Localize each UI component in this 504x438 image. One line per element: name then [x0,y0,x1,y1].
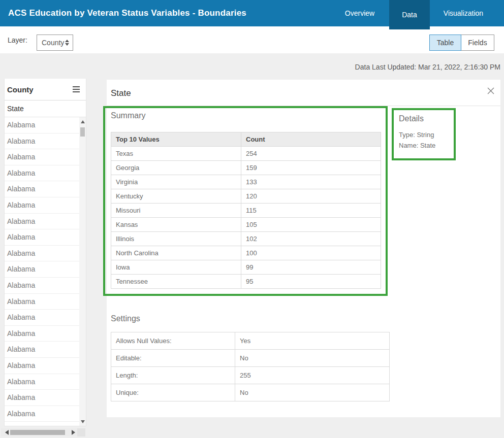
data-last-updated: Data Last Updated: Mar 21, 2022, 2:16:30… [355,63,500,71]
list-item[interactable]: Alabama [5,229,79,246]
details-heading: Details [399,114,424,123]
attribute-table-column: County State AlabamaAlabamaAlabamaAlabam… [4,79,86,426]
summary-value-cell: Virginia [111,175,241,189]
list-item[interactable]: Alabama [5,149,79,165]
settings-row: Allows Null Values:Yes [111,332,390,350]
view-toggle: Table Fields [429,35,494,51]
list-item[interactable]: Alabama [5,358,79,374]
layer-toolbar: Layer: County Table Fields [0,26,504,53]
layer-select-value: County [42,39,64,47]
tab-visualization[interactable]: Visualization [430,0,497,26]
vertical-scroll-thumb[interactable] [80,127,85,137]
summary-row: Missouri115 [111,204,381,218]
settings-row: Length:255 [111,367,390,384]
tab-visualization-label: Visualization [444,9,483,17]
list-item[interactable]: Alabama [5,390,79,406]
summary-count-cell: 159 [241,161,381,175]
summary-value-cell: Kansas [111,218,241,232]
tab-overview[interactable]: Overview [331,0,388,26]
tab-data-label: Data [402,11,417,19]
field-detail-panel: State Summary Top 10 Values Count Texas2… [107,80,500,417]
spinner-icon [65,40,69,46]
list-item[interactable]: Alabama [5,181,79,197]
layer-select[interactable]: County [37,35,73,51]
summary-count-cell: 99 [241,260,381,275]
list-item[interactable]: Alabama [5,374,79,390]
settings-label-cell: Editable: [111,350,235,367]
settings-value-cell: Yes [235,332,390,350]
summary-count-cell: 102 [241,232,381,246]
scroll-up-icon[interactable] [81,120,85,123]
scroll-right-icon[interactable] [72,430,75,435]
summary-row: Tennessee95 [111,275,381,289]
summary-row: Kansas105 [111,218,381,232]
list-item[interactable]: Alabama [5,261,79,278]
list-item[interactable]: Alabama [5,197,79,214]
settings-value-cell: No [235,384,390,401]
settings-value-cell: 255 [235,367,390,384]
summary-table: Top 10 Values Count Texas254Georgia159Vi… [111,132,381,289]
summary-count-cell: 105 [241,218,381,232]
settings-label-cell: Allows Null Values: [111,332,235,350]
list-item[interactable]: Alabama [5,422,79,426]
summary-value-cell: North Carolina [111,246,241,260]
summary-row: Illinois102 [111,232,381,246]
fields-view-label: Fields [468,39,487,47]
settings-label-cell: Length: [111,367,235,384]
summary-value-cell: Tennessee [111,275,241,289]
summary-col-count: Count [241,132,381,147]
close-icon[interactable] [486,86,495,95]
vertical-scrollbar[interactable] [79,117,86,426]
settings-row: Unique:No [111,384,390,401]
summary-value-cell: Kentucky [111,189,241,204]
summary-count-cell: 133 [241,175,381,189]
details-name: Name: State [399,140,435,151]
menu-icon[interactable] [72,85,81,93]
summary-value-cell: Missouri [111,204,241,218]
app-title: ACS Education by Veteran Status Variable… [8,0,246,26]
scroll-down-icon[interactable] [81,420,85,423]
summary-table-body: Texas254Georgia159Virginia133Kentucky120… [111,147,381,289]
table-view-button[interactable]: Table [429,35,461,51]
tab-data[interactable]: Data [389,0,430,29]
list-item[interactable]: Alabama [5,326,79,342]
horizontal-scroll-thumb[interactable] [10,430,65,435]
layer-label: Layer: [8,26,27,53]
horizontal-scrollbar[interactable] [1,428,85,436]
panel-divider [107,106,500,106]
fields-view-button[interactable]: Fields [461,35,494,51]
summary-row: Texas254 [111,147,381,161]
column-header-state[interactable]: State [5,100,86,117]
summary-table-header-row: Top 10 Values Count [111,132,381,147]
list-item[interactable]: Alabama [5,278,79,294]
list-item[interactable]: Alabama [5,294,79,310]
list-item[interactable]: Alabama [5,246,79,262]
summary-value-cell: Georgia [111,161,241,175]
summary-count-cell: 254 [241,147,381,161]
field-value-list: AlabamaAlabamaAlabamaAlabamaAlabamaAlaba… [5,117,79,426]
list-item[interactable]: Alabama [5,214,79,230]
summary-value-cell: Illinois [111,232,241,246]
table-view-label: Table [437,39,454,47]
summary-row: Georgia159 [111,161,381,175]
summary-row: Iowa99 [111,260,381,275]
summary-value-cell: Iowa [111,260,241,275]
summary-row: Kentucky120 [111,189,381,204]
list-item[interactable]: Alabama [5,165,79,182]
summary-count-cell: 115 [241,204,381,218]
column-body: AlabamaAlabamaAlabamaAlabamaAlabamaAlaba… [5,117,86,426]
scroll-left-icon[interactable] [5,430,9,435]
list-item[interactable]: Alabama [5,406,79,422]
list-item[interactable]: Alabama [5,310,79,326]
summary-heading: Summary [111,111,145,120]
summary-value-cell: Texas [111,147,241,161]
summary-count-cell: 100 [241,246,381,260]
list-item[interactable]: Alabama [5,342,79,358]
list-item[interactable]: Alabama [5,133,79,150]
summary-col-values: Top 10 Values [111,132,241,147]
summary-row: Virginia133 [111,175,381,189]
list-item[interactable]: Alabama [5,117,79,133]
field-panel-title: State [111,88,131,98]
summary-row: North Carolina100 [111,246,381,260]
tab-overview-label: Overview [345,9,374,17]
